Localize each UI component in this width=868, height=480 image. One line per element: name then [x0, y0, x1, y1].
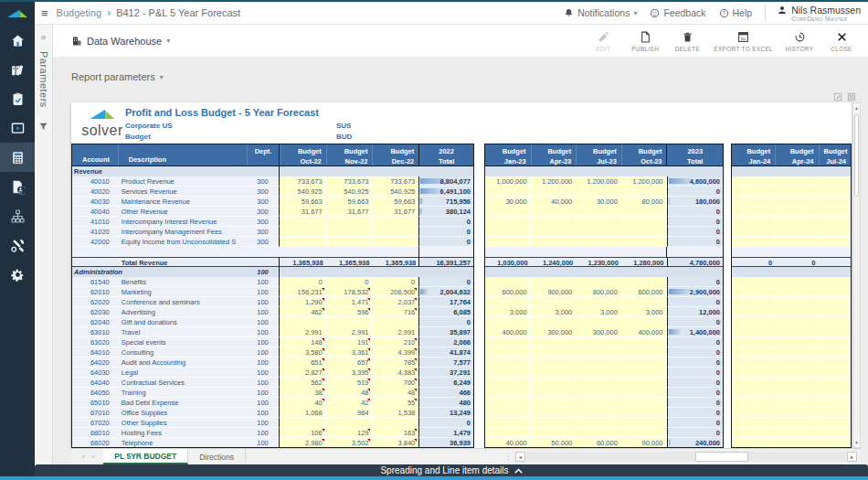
input-cell[interactable] — [775, 327, 818, 337]
input-cell[interactable] — [819, 337, 851, 347]
input-cell[interactable] — [531, 237, 577, 247]
input-cell[interactable] — [485, 368, 531, 378]
input-cell[interactable]: 30,000 — [485, 197, 531, 207]
input-cell[interactable] — [576, 277, 621, 287]
input-cell[interactable] — [819, 307, 851, 317]
input-cell[interactable] — [819, 418, 851, 428]
input-cell[interactable] — [819, 217, 851, 227]
input-cell[interactable] — [819, 197, 851, 207]
input-cell[interactable] — [732, 388, 775, 398]
input-cell[interactable] — [485, 357, 531, 368]
input-cell[interactable] — [372, 237, 418, 247]
input-cell[interactable]: 519 — [326, 378, 373, 388]
input-cell[interactable]: 129 — [326, 428, 373, 438]
expand-parameters-icon[interactable]: » — [35, 25, 52, 42]
input-cell[interactable]: 191 — [326, 337, 373, 347]
input-cell[interactable]: 48 — [326, 388, 373, 398]
input-cell[interactable]: 400,000 — [485, 327, 531, 337]
input-cell[interactable] — [732, 277, 775, 287]
input-cell[interactable] — [326, 227, 373, 237]
input-cell[interactable]: 31,677 — [326, 207, 373, 217]
input-cell[interactable] — [732, 237, 775, 247]
input-cell[interactable]: 800,000 — [576, 287, 621, 297]
close-button[interactable]: CLOSE — [820, 28, 863, 54]
input-cell[interactable] — [621, 317, 667, 327]
input-cell[interactable] — [732, 418, 775, 428]
input-cell[interactable] — [732, 217, 775, 227]
input-cell[interactable] — [576, 388, 621, 398]
input-cell[interactable]: 2,991 — [326, 327, 373, 337]
help-button[interactable]: ? Help — [719, 7, 753, 18]
input-cell[interactable] — [819, 176, 851, 187]
horizontal-scrollbar-thumb[interactable] — [695, 452, 748, 462]
input-cell[interactable] — [775, 408, 818, 418]
input-cell[interactable] — [621, 337, 667, 347]
input-cell[interactable] — [621, 277, 667, 287]
input-cell[interactable] — [485, 398, 531, 408]
input-cell[interactable] — [531, 408, 577, 418]
input-cell[interactable] — [819, 227, 851, 237]
input-cell[interactable] — [775, 237, 818, 247]
input-cell[interactable] — [819, 347, 851, 357]
input-cell[interactable]: 50,000 — [531, 438, 577, 448]
input-cell[interactable] — [732, 357, 775, 368]
input-cell[interactable]: 31,677 — [280, 207, 326, 217]
input-cell[interactable] — [819, 368, 851, 378]
input-cell[interactable] — [775, 287, 818, 297]
input-cell[interactable] — [280, 317, 326, 327]
input-cell[interactable] — [621, 368, 667, 378]
input-cell[interactable] — [576, 337, 621, 347]
vertical-scrollbar-thumb[interactable] — [854, 114, 859, 197]
input-cell[interactable]: 3,000 — [576, 307, 621, 317]
input-cell[interactable] — [732, 287, 775, 297]
input-cell[interactable]: 462 — [280, 307, 326, 317]
input-cell[interactable]: 1,538 — [372, 408, 418, 418]
publish-button[interactable]: PUBLISH — [624, 28, 666, 54]
filter-icon[interactable] — [38, 119, 52, 135]
input-cell[interactable] — [576, 368, 621, 378]
scroll-left-icon[interactable]: ◄ — [515, 452, 525, 462]
input-cell[interactable] — [732, 368, 775, 378]
input-cell[interactable]: 0 — [326, 277, 373, 287]
input-cell[interactable] — [775, 337, 818, 347]
input-cell[interactable] — [531, 297, 577, 307]
input-cell[interactable] — [819, 237, 851, 247]
input-cell[interactable] — [531, 337, 577, 347]
input-cell[interactable] — [732, 327, 775, 337]
input-cell[interactable]: 733,673 — [372, 176, 418, 187]
input-cell[interactable] — [576, 217, 621, 227]
input-cell[interactable]: 3,000 — [531, 307, 577, 317]
input-cell[interactable] — [819, 187, 851, 197]
input-cell[interactable] — [326, 237, 373, 247]
input-cell[interactable]: 600,000 — [485, 287, 531, 297]
input-cell[interactable]: 651 — [280, 357, 326, 368]
input-cell[interactable] — [775, 357, 818, 368]
horizontal-scrollbar-track[interactable] — [526, 452, 846, 462]
tab-next-icon[interactable]: › — [92, 453, 95, 461]
input-cell[interactable] — [531, 317, 577, 327]
input-cell[interactable] — [576, 398, 621, 408]
input-cell[interactable]: 3,000 — [485, 307, 531, 317]
input-cell[interactable] — [775, 317, 818, 327]
input-cell[interactable] — [576, 187, 621, 197]
input-cell[interactable] — [775, 418, 818, 428]
input-cell[interactable] — [280, 237, 326, 247]
input-cell[interactable] — [485, 408, 531, 418]
input-cell[interactable] — [621, 217, 667, 227]
input-cell[interactable] — [775, 347, 818, 357]
input-cell[interactable]: 1,290 — [280, 297, 326, 307]
scroll-down-icon[interactable]: ▼ — [853, 438, 860, 447]
solver-logo-icon[interactable] — [0, 0, 35, 26]
input-cell[interactable] — [732, 378, 775, 388]
input-cell[interactable] — [819, 428, 851, 438]
sidebar-item-tools[interactable] — [0, 230, 35, 260]
input-cell[interactable]: 30,000 — [576, 197, 621, 207]
user-menu[interactable]: Nils Rasmussen CorpDemo Master — [765, 5, 861, 22]
input-cell[interactable]: 1,068 — [280, 408, 326, 418]
data-source-dropdown[interactable]: Data Warehouse ▾ — [71, 36, 170, 47]
input-cell[interactable] — [819, 357, 851, 368]
input-cell[interactable]: 2,980 — [280, 438, 326, 448]
input-cell[interactable]: 0 — [372, 277, 418, 287]
input-cell[interactable] — [485, 237, 531, 247]
input-cell[interactable] — [621, 237, 667, 247]
